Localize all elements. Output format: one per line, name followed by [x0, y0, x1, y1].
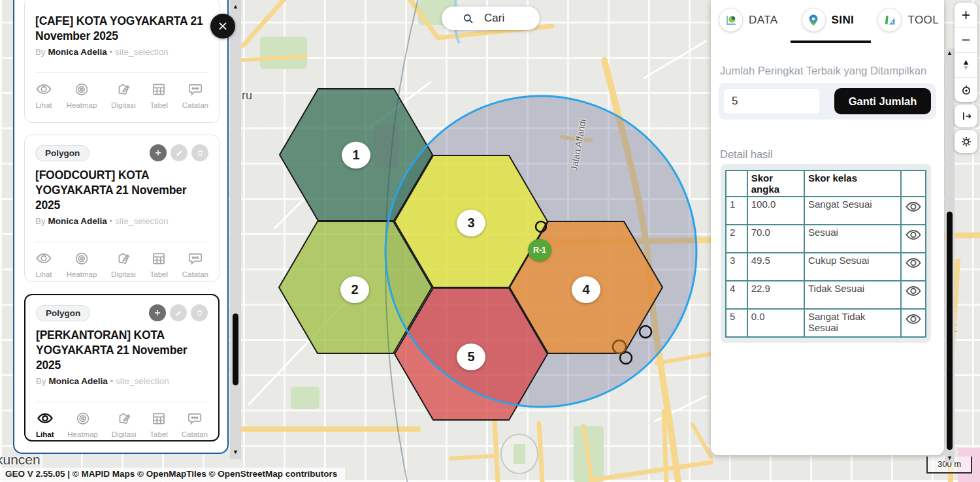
zoom-in-button[interactable]: +: [955, 3, 977, 27]
layer-title: [FOODCOURT] KOTA YOGYAKARTA 21 November …: [35, 168, 208, 213]
note-action[interactable]: Catatan: [182, 81, 208, 109]
row-visibility-toggle[interactable]: [905, 311, 922, 330]
eye-icon: [905, 255, 922, 272]
eye-icon: [905, 311, 922, 328]
delete-button[interactable]: [191, 144, 208, 161]
trash-icon: [195, 309, 204, 317]
geometry-badge: Polygon: [35, 145, 90, 161]
sidebar-scroll-thumb[interactable]: [233, 313, 238, 385]
scroll-up-icon[interactable]: ▲: [947, 50, 953, 56]
table-action[interactable]: Tabel: [150, 81, 169, 109]
settings-button[interactable]: [955, 130, 977, 153]
layer-card-foodcourt[interactable]: Polygon [FOODCOURT] KOTA YOGYAKARTA 21 N…: [24, 135, 220, 282]
layer-actions: Lihat Heatmap Digitasi Tabel Catatan: [35, 250, 208, 278]
expand-right-icon: [960, 110, 973, 123]
table-row: 270.0 Sesuai: [726, 225, 926, 253]
tab-tool[interactable]: TOOL: [877, 8, 939, 32]
view-action[interactable]: Lihat: [35, 250, 52, 278]
locate-icon: [960, 84, 973, 97]
note-action[interactable]: Catatan: [182, 410, 208, 438]
add-button[interactable]: [149, 304, 166, 321]
search-input[interactable]: [483, 11, 519, 25]
row-visibility-toggle[interactable]: [905, 199, 922, 217]
locate-button[interactable]: [955, 77, 977, 102]
rank-count-input[interactable]: [724, 89, 819, 114]
note-action[interactable]: Catatan: [182, 250, 208, 278]
digitize-action[interactable]: Digitasi: [111, 81, 136, 109]
zone-badge-2[interactable]: 2: [340, 276, 369, 303]
rank-input-group: Ganti Jumlah: [719, 83, 936, 120]
layer-title: [PERKANTORAN] KOTA YOGYAKARTA 21 Novembe…: [36, 328, 208, 373]
eye-icon: [905, 199, 922, 216]
panel-scroll-thumb[interactable]: [947, 212, 953, 450]
layer-tag: site_selection: [115, 216, 169, 226]
panel-tabs: DATA SINI TOOL: [711, 8, 944, 32]
table-action[interactable]: Tabel: [150, 250, 169, 278]
layer-byline: By Monica Adelia • site_selection: [35, 47, 208, 57]
row-visibility-toggle[interactable]: [905, 227, 922, 246]
site-marker-r1[interactable]: R-1: [528, 239, 551, 261]
results-table: Skor angka Skor kelas 1100.0 Sangat Sesu…: [725, 170, 926, 338]
heatmap-action[interactable]: Heatmap: [67, 81, 97, 109]
digitize-icon: [115, 250, 132, 267]
active-tab-underline: [791, 40, 871, 43]
compass-button[interactable]: ▲▼: [955, 52, 977, 77]
zone-badge-5[interactable]: 5: [457, 344, 485, 370]
plus-icon: [153, 308, 162, 317]
pencil-icon: [174, 309, 183, 317]
detail-results-label: Detail hasil: [720, 148, 773, 161]
close-sidebar-button[interactable]: [210, 14, 235, 39]
delete-button[interactable]: [191, 304, 208, 321]
heatmap-action[interactable]: Heatmap: [67, 410, 98, 438]
table-row: 50.0 Sangat Tidak Sesuai: [726, 309, 926, 337]
scroll-down-icon[interactable]: ▼: [947, 455, 953, 461]
scroll-down-icon[interactable]: ▼: [233, 449, 238, 455]
row-visibility-toggle[interactable]: [905, 255, 922, 274]
digitize-action[interactable]: Digitasi: [111, 250, 136, 278]
zone-badge-4[interactable]: 4: [572, 276, 600, 303]
tab-data[interactable]: DATA: [719, 8, 777, 32]
sidebar-scrollbar[interactable]: ▲ ▼: [230, 0, 241, 459]
layer-tag: site_selection: [116, 376, 169, 386]
edit-button[interactable]: [170, 304, 187, 321]
zone-badge-1[interactable]: 1: [342, 142, 370, 169]
trash-icon: [196, 149, 204, 157]
table-header-row: Skor angka Skor kelas: [726, 170, 926, 197]
eye-icon: [35, 250, 52, 267]
heatmap-action[interactable]: Heatmap: [67, 250, 97, 278]
edit-button[interactable]: [171, 144, 188, 161]
panel-scrollbar[interactable]: ▲ ▼: [945, 48, 955, 462]
tab-sini[interactable]: SINI: [802, 8, 855, 32]
layer-byline: By Monica Adelia • site_selection: [36, 376, 208, 386]
collapse-panel-button[interactable]: [955, 104, 977, 127]
eye-icon: [37, 410, 54, 427]
digitize-action[interactable]: Digitasi: [112, 410, 137, 438]
zone-badge-3[interactable]: 3: [457, 210, 485, 236]
table-icon: [150, 250, 167, 267]
row-visibility-toggle[interactable]: [905, 283, 922, 302]
plus-icon: [154, 148, 163, 157]
layer-tag: site_selection: [115, 47, 169, 57]
map-attribution: GEO V 2.55.05 | © MAPID Maps © OpenMapTi…: [0, 468, 345, 480]
geometry-badge: Polygon: [36, 305, 90, 321]
change-count-button[interactable]: Ganti Jumlah: [834, 88, 931, 114]
layer-card-perkantoran[interactable]: Polygon [PERKANTORAN] KOTA YOGYAKARTA 21…: [24, 294, 220, 442]
add-button[interactable]: [150, 144, 167, 161]
zoom-out-button[interactable]: −: [955, 27, 977, 52]
compass-icon: ▲▼: [962, 59, 970, 71]
layer-author: Monica Adelia: [48, 47, 107, 57]
street-label-partial: ru: [242, 89, 252, 103]
table-icon: [150, 81, 167, 98]
layer-author: Monica Adelia: [49, 376, 108, 386]
view-action[interactable]: Lihat: [35, 81, 52, 109]
table-action[interactable]: Tabel: [150, 410, 168, 438]
pencil-icon: [175, 149, 184, 157]
rank-count-label: Jumlah Peringkat Terbaik yang Ditampilka…: [720, 65, 926, 77]
scroll-up-icon[interactable]: ▲: [233, 4, 238, 10]
search-bar[interactable]: [442, 7, 540, 30]
data-chart-icon: [719, 8, 743, 32]
note-icon: [186, 410, 203, 427]
view-action[interactable]: Lihat: [36, 410, 54, 438]
layer-actions: Lihat Heatmap Digitasi Tabel Catatan: [35, 81, 208, 109]
layer-card-cafe[interactable]: [CAFE] KOTA YOGYAKARTA 21 November 2025 …: [24, 0, 220, 123]
